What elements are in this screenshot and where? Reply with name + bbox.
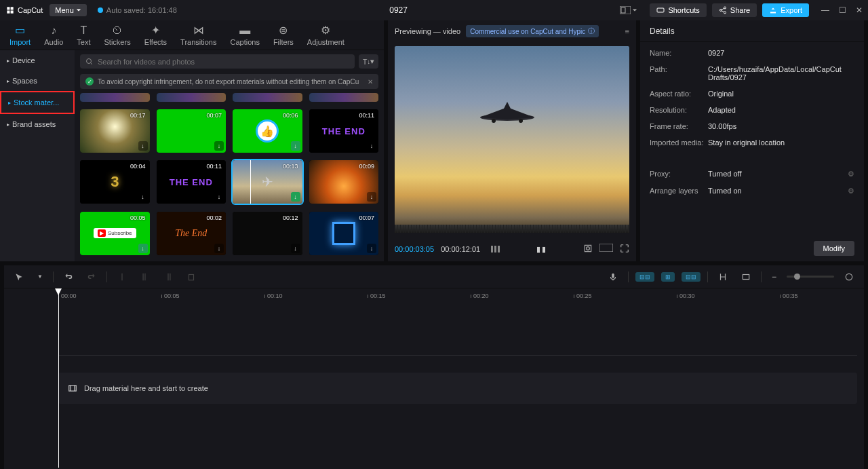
app-logo: CapCut [5, 5, 43, 15]
tab-stickers[interactable]: ⏲Stickers [104, 24, 131, 46]
preview-mode-label: Previewing — video [395, 27, 460, 35]
gear-icon[interactable]: ⚙ [848, 170, 854, 179]
commercial-badge[interactable]: Commercial use on CapCut and Hypic ⓘ [466, 25, 599, 37]
preview-axis-icon[interactable] [738, 270, 754, 284]
tab-adjustment[interactable]: ⚙Adjustment [307, 24, 344, 46]
zoom-fit-icon[interactable] [841, 270, 857, 284]
sidebar-item-stock-mater-[interactable]: ▸Stock mater... [0, 91, 75, 114]
split-tool [114, 270, 130, 284]
maximize-icon[interactable]: ☐ [839, 5, 846, 15]
media-thumb[interactable]: 👍00:06↓ [233, 109, 302, 153]
tab-transitions[interactable]: ⋈Transitions [180, 24, 216, 46]
undo-button[interactable] [60, 270, 77, 284]
svg-rect-2 [657, 8, 664, 12]
svg-rect-12 [743, 274, 749, 279]
tab-import[interactable]: ▭Import [9, 24, 31, 46]
media-thumb[interactable]: ✈00:13↓ [233, 160, 302, 204]
share-button[interactable]: Share [712, 3, 757, 17]
preview-video[interactable] [395, 46, 629, 233]
download-icon[interactable]: ↓ [367, 141, 376, 151]
tab-effects[interactable]: ✦Effects [144, 24, 167, 46]
download-icon[interactable]: ↓ [214, 244, 224, 253]
tab-captions[interactable]: ▬Captions [230, 24, 259, 46]
snap-icon[interactable] [715, 270, 731, 284]
zoom-out-icon[interactable]: − [768, 270, 780, 284]
scale-icon[interactable] [583, 244, 593, 255]
close-warning-icon[interactable]: ✕ [368, 78, 373, 86]
download-icon[interactable]: ↓ [214, 192, 224, 202]
time-current: 00:00:03:05 [395, 245, 434, 253]
track-toggle-1[interactable]: ⊟⊟ [635, 272, 654, 282]
detail-row: Name:0927 [650, 49, 854, 57]
copyright-warning: ✓ To avoid copyright infringement, do no… [80, 74, 378, 89]
download-icon[interactable]: ↓ [291, 244, 300, 253]
mic-icon[interactable] [605, 270, 621, 284]
menu-button[interactable]: Menu [50, 4, 87, 16]
download-icon[interactable]: ↓ [367, 192, 376, 202]
sidebar-item-device[interactable]: ▸Device [0, 50, 75, 71]
media-thumb[interactable] [309, 93, 379, 102]
svg-point-6 [519, 119, 523, 123]
media-thumb[interactable]: THE END00:11↓ [157, 160, 226, 204]
sidebar-item-spaces[interactable]: ▸Spaces [0, 71, 75, 91]
gear-icon[interactable]: ⚙ [848, 187, 854, 195]
media-thumb[interactable]: 00:07↓ [309, 212, 379, 255]
media-thumb[interactable]: 00:09↓ [309, 160, 379, 204]
delete-left-tool [137, 270, 153, 284]
ruler-tick: 00:20 [471, 293, 489, 299]
search-input[interactable] [80, 54, 355, 69]
ratio-toggle[interactable] [599, 244, 613, 255]
close-icon[interactable]: ✕ [856, 5, 863, 15]
detail-row: Path:C:/Users/huzaifa/AppData/Local/CapC… [650, 65, 854, 81]
sidebar-item-brand-assets[interactable]: ▸Brand assets [0, 114, 75, 134]
redo-button[interactable] [83, 270, 100, 284]
svg-point-3 [87, 58, 92, 63]
export-button[interactable]: Export [762, 3, 809, 17]
track-toggle-3[interactable]: ⊟⊟ [682, 272, 701, 282]
media-thumb[interactable] [233, 93, 302, 102]
media-thumb[interactable]: 00:12↓ [233, 212, 302, 255]
sort-button[interactable]: T↓▾ [359, 54, 378, 69]
media-thumb[interactable]: 300:04↓ [80, 160, 150, 204]
tab-filters[interactable]: ⊜Filters [273, 24, 294, 46]
download-icon[interactable]: ↓ [138, 192, 148, 202]
cursor-tool[interactable] [11, 270, 27, 284]
svg-rect-9 [599, 244, 613, 252]
media-thumb[interactable]: 00:07↓ [157, 109, 226, 153]
minimize-icon[interactable]: — [821, 5, 829, 15]
zoom-slider[interactable] [787, 276, 834, 278]
track-toggle-2[interactable]: ⊞ [661, 272, 675, 282]
detail-row: Resolution:Adapted [650, 106, 854, 114]
drag-hint[interactable]: Drag material here and start to create [58, 373, 857, 404]
svg-rect-14 [69, 386, 77, 391]
text-icon: T [81, 24, 87, 37]
tab-audio[interactable]: ♪Audio [44, 24, 63, 46]
cursor-dropdown[interactable]: ▼ [34, 271, 46, 282]
media-thumb[interactable] [80, 93, 150, 102]
download-icon[interactable]: ↓ [291, 141, 300, 151]
media-thumb[interactable]: The End00:02↓ [157, 212, 226, 255]
download-icon[interactable]: ↓ [214, 141, 224, 151]
delete-tool [183, 270, 199, 284]
media-thumb[interactable] [157, 93, 226, 102]
preview-menu-icon[interactable]: ≡ [625, 27, 629, 35]
tab-text[interactable]: TText [77, 24, 90, 46]
download-icon[interactable]: ↓ [138, 244, 148, 253]
playhead-line[interactable] [58, 288, 59, 468]
shortcuts-button[interactable]: Shortcuts [650, 3, 706, 17]
download-icon[interactable]: ↓ [367, 244, 376, 253]
thumbnail-toggle[interactable] [491, 246, 500, 252]
download-icon[interactable]: ↓ [138, 141, 148, 151]
media-thumb[interactable]: THE END00:11↓ [309, 109, 379, 153]
ruler-tick: 00:00 [58, 293, 77, 299]
modify-button[interactable]: Modify [814, 241, 854, 256]
media-thumb[interactable]: 00:17↓ [80, 109, 150, 153]
details-header: Details [640, 20, 864, 42]
info-icon: ⓘ [588, 26, 595, 36]
pause-button[interactable]: ▮▮ [536, 245, 547, 254]
media-thumb[interactable]: ▶Subscribe00:05↓ [80, 212, 150, 255]
ratio-icon[interactable] [620, 6, 637, 14]
svg-point-8 [587, 247, 590, 250]
download-icon[interactable]: ↓ [291, 192, 300, 202]
fullscreen-icon[interactable] [620, 244, 629, 255]
